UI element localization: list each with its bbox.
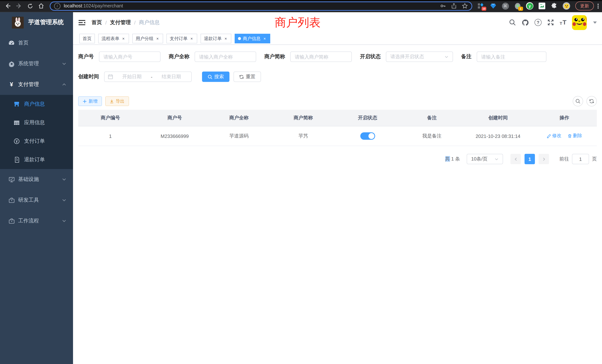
tab-close-icon[interactable]: × <box>189 36 194 41</box>
tab-close-icon[interactable]: × <box>121 36 126 41</box>
tab-label: 支付订单 <box>170 35 188 42</box>
table-row: 1 M233666999 芋道源码 芋艿 我是备注 2021-10-23 08:… <box>78 126 597 146</box>
extension-gem-icon[interactable] <box>489 2 497 10</box>
back-icon <box>5 3 11 9</box>
sidebar-item-payment[interactable]: ¥ 支付管理 <box>0 74 73 95</box>
next-page-button[interactable] <box>539 154 549 164</box>
goto-page-input[interactable] <box>572 154 589 164</box>
breadcrumb-separator: / <box>105 20 107 25</box>
short-name-input[interactable] <box>290 52 352 62</box>
sidebar-item-dev-tools[interactable]: 研发工具 <box>0 190 73 211</box>
sidebar-collapse-icon[interactable] <box>78 19 86 26</box>
date-end-placeholder[interactable]: 结束日期 <box>155 73 188 80</box>
pagination-total: 共 1 条 <box>445 156 460 162</box>
extension-command-icon[interactable]: ⌘ <box>502 2 509 10</box>
full-name-input[interactable] <box>195 52 256 62</box>
github-icon[interactable] <box>522 19 529 26</box>
breadcrumb-home[interactable]: 首页 <box>92 19 102 26</box>
delete-link[interactable]: 删除 <box>567 133 582 139</box>
grid-icon <box>14 120 20 126</box>
navbar-icons: ? TT <box>509 15 597 30</box>
remark-input[interactable] <box>477 52 546 62</box>
tab-merchant-info[interactable]: 商户信息 × <box>235 34 270 43</box>
search-icon <box>208 74 212 79</box>
fullscreen-icon[interactable] <box>547 19 554 26</box>
pay-order-icon <box>14 138 20 144</box>
user-avatar[interactable] <box>572 15 587 30</box>
tab-label: 首页 <box>83 35 92 42</box>
field-label: 开启状态 <box>360 53 381 60</box>
app-logo-rabbit <box>12 17 24 28</box>
page-size-select[interactable]: 10条/页 <box>467 154 503 164</box>
help-icon[interactable]: ? <box>535 19 542 26</box>
extension-chart-icon[interactable] <box>538 2 546 10</box>
sidebar-item-workflow[interactable]: 工作流程 <box>0 211 73 231</box>
download-icon <box>110 99 114 103</box>
sidebar-item-infra[interactable]: 基础设施 <box>0 169 73 190</box>
extension-emoji-icon[interactable] <box>563 2 570 10</box>
col-header-remark: 备注 <box>400 110 464 126</box>
breadcrumb-payment[interactable]: 支付管理 <box>110 19 131 26</box>
url-bar[interactable]: i localhost:1024/pay/merchant <box>50 1 472 11</box>
date-range-picker[interactable]: 开始日期 - 结束日期 <box>104 72 192 82</box>
avatar-dropdown-caret-icon[interactable] <box>593 21 597 23</box>
tab-close-icon[interactable]: × <box>262 36 267 41</box>
sidebar-subitem-merchant-info[interactable]: 商户信息 <box>0 95 73 113</box>
calendar-icon <box>108 74 113 79</box>
tab-pay-order[interactable]: 支付订单 × <box>166 34 197 43</box>
add-button[interactable]: 新增 <box>78 96 102 106</box>
tab-close-icon[interactable]: × <box>224 36 228 41</box>
edit-link[interactable]: 修改 <box>547 133 561 139</box>
share-icon[interactable] <box>451 3 457 9</box>
search-icon <box>575 99 580 104</box>
refresh-table-button[interactable] <box>586 96 597 106</box>
pagination: 共 1 条 10条/页 1 前往 页 <box>78 154 597 164</box>
sidebar-subitem-app-info[interactable]: 应用信息 <box>0 113 73 132</box>
date-start-placeholder[interactable]: 开始日期 <box>115 73 149 80</box>
extension-y-icon[interactable]: y <box>526 2 533 10</box>
sidebar-subitem-label: 支付订单 <box>24 138 45 145</box>
prev-page-button[interactable] <box>510 154 521 164</box>
browser-back-button[interactable] <box>2 1 13 11</box>
tab-process-form[interactable]: 流程表单 × <box>98 34 129 43</box>
sidebar-item-home[interactable]: 首页 <box>0 33 73 53</box>
chevron-down-icon <box>62 198 66 202</box>
tab-refund-order[interactable]: 退款订单 × <box>201 34 231 43</box>
extension-tampermonkey-icon[interactable]: 10 <box>477 2 484 10</box>
browser-menu-icon[interactable] <box>598 3 599 8</box>
page-number-button[interactable]: 1 <box>525 154 535 164</box>
password-key-icon[interactable] <box>440 3 446 9</box>
site-info-icon[interactable]: i <box>54 3 60 9</box>
extension-badge: 1 <box>518 7 523 11</box>
status-toggle[interactable] <box>360 132 375 140</box>
extensions-puzzle-icon[interactable] <box>550 2 558 10</box>
toggle-search-button[interactable] <box>573 96 583 106</box>
browser-reload-button[interactable] <box>24 1 36 11</box>
browser-forward-button[interactable] <box>13 1 24 11</box>
tab-label: 用户分组 <box>136 35 153 42</box>
sidebar-subitem-refund-order[interactable]: 退款订单 <box>0 150 73 169</box>
sidebar-item-system[interactable]: 系统管理 <box>0 53 73 74</box>
search-button[interactable]: 搜索 <box>202 72 229 82</box>
tab-close-icon[interactable]: × <box>155 36 160 41</box>
tab-home[interactable]: 首页 <box>79 34 95 43</box>
reset-button[interactable]: 重置 <box>234 72 261 82</box>
browser-update-button[interactable]: 更新 <box>575 1 594 10</box>
tab-user-group[interactable]: 用户分组 × <box>132 34 163 43</box>
edit-pen-icon <box>547 134 551 138</box>
extension-gray-icon[interactable]: 1 <box>514 2 521 10</box>
cell-remark: 我是备注 <box>400 126 464 146</box>
sidebar-subitem-pay-order[interactable]: 支付订单 <box>0 132 73 150</box>
chevron-down-icon <box>62 177 66 182</box>
export-button[interactable]: 导出 <box>105 96 129 106</box>
bookmark-star-icon[interactable] <box>462 3 468 9</box>
font-size-icon[interactable]: TT <box>560 19 566 26</box>
url-text: localhost:1024/pay/merchant <box>64 3 123 9</box>
merchant-no-input[interactable] <box>99 52 161 62</box>
browser-home-button[interactable] <box>36 1 47 11</box>
refresh-icon <box>239 74 244 79</box>
tab-label: 退款订单 <box>204 35 222 42</box>
status-select[interactable]: 请选择开启状态 <box>386 52 453 62</box>
app-logo-row[interactable]: 芋道管理系统 <box>0 12 73 33</box>
header-search-icon[interactable] <box>509 19 516 26</box>
